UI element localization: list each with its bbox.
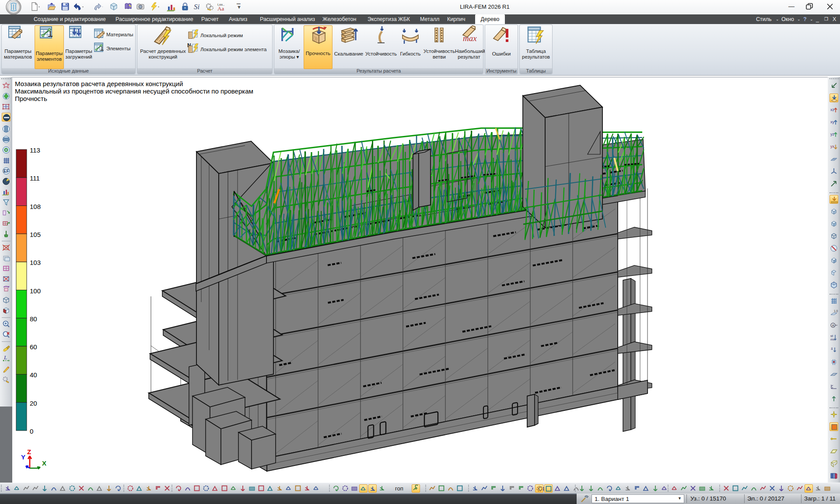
svg-text:yx: yx xyxy=(830,144,835,149)
svg-text:yz: yz xyxy=(830,132,835,136)
svg-text:1.0: 1.0 xyxy=(834,309,838,313)
svg-text:X: X xyxy=(42,459,46,467)
svg-text:EF: EF xyxy=(4,169,9,174)
svg-text:L: L xyxy=(4,354,7,361)
svg-text:±: ± xyxy=(831,346,833,351)
svg-text:xz: xz xyxy=(830,108,835,112)
svg-text:Si: Si xyxy=(194,3,200,11)
svg-text:max: max xyxy=(463,34,477,43)
svg-text:xy: xy xyxy=(830,120,835,124)
svg-text:Aa: Aa xyxy=(217,5,224,12)
svg-text:A: A xyxy=(832,323,835,327)
svg-text:Y: Y xyxy=(21,453,25,461)
svg-text:Z: Z xyxy=(27,449,31,455)
